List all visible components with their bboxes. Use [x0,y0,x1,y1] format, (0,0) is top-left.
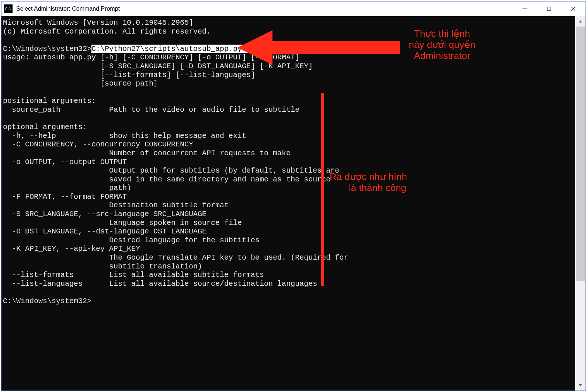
svg-rect-1 [547,7,551,11]
cmd-icon-label: C:\ [5,4,11,13]
line-copyright: (c) Microsoft Corporation. All rights re… [3,27,211,36]
opt-f1: -F FORMAT, --format FORMAT [3,192,127,201]
opt-o4: path) [3,184,131,192]
opt-c1: -C CONCURRENCY, --concurrency CONCURRENC… [3,140,193,149]
usage-2: [-S SRC_LANGUAGE] [-D DST_LANGUAGE] [-K … [3,62,313,70]
opt-f2: Destination subtitle format [3,201,229,209]
maximize-button[interactable] [537,1,561,16]
usage-3: [--list-formats] [--list-languages] [3,71,255,79]
cmd-icon: C:\ [4,4,13,13]
svg-marker-5 [579,384,582,386]
opt-c2: Number of concurrent API requests to mak… [3,149,291,157]
opt-lf: --list-formats List all available subtit… [3,271,264,279]
svg-marker-4 [579,20,582,22]
opt-d2: Desired language for the subtitles [3,236,260,244]
opt-s1: -S SRC_LANGUAGE, --src-language SRC_LANG… [3,210,206,218]
scroll-down-arrow[interactable] [575,380,586,391]
scroll-thumb[interactable] [576,27,585,281]
window-frame: C:\ Select Administrator: Command Prompt… [1,1,586,391]
opt-ll: --list-languages List all available sour… [3,280,317,288]
prompt-1-command: C:\Python27\scripts\autosub_app.py -h [91,45,255,53]
pos-source: source_path Path to the video or audio f… [3,105,299,114]
line-os-version: Microsoft Windows [Version 10.0.19045.29… [3,18,193,27]
close-button[interactable] [561,1,586,16]
pos-header: positional arguments: [3,97,96,105]
minimize-button[interactable] [513,1,537,16]
opt-d1: -D DST_LANGUAGE, --dst-language DST_LANG… [3,227,206,236]
opt-o1: -o OUTPUT, --output OUTPUT [3,158,127,166]
opt-k1: -K API_KEY, --api-key API_KEY [3,244,140,253]
prompt-1-prefix: C:\Windows\system32> [3,45,91,53]
terminal[interactable]: Microsoft Windows [Version 10.0.19045.29… [1,16,575,391]
scroll-track[interactable] [575,27,586,380]
opt-o2: Output path for subtitles (by default, s… [3,166,339,175]
opt-h: -h, --help show this help message and ex… [3,132,246,140]
opt-k2: The Google Translate API key to be used.… [3,253,348,262]
window-controls [513,1,586,16]
scrollbar[interactable] [575,16,586,391]
titlebar[interactable]: C:\ Select Administrator: Command Prompt [1,1,586,16]
opt-header: optional arguments: [3,123,87,131]
opt-s2: Language spoken in source file [3,219,242,227]
opt-o3: saved in the same directory and name as … [3,175,330,184]
terminal-container: Microsoft Windows [Version 10.0.19045.29… [1,16,586,391]
usage-1: usage: autosub_app.py [-h] [-C CONCURREN… [3,53,299,62]
usage-4: [source_path] [3,79,158,88]
scroll-up-arrow[interactable] [575,16,586,27]
prompt-2: C:\Windows\system32> [3,297,91,305]
opt-k3: subtitle translation) [3,262,202,271]
window-title: Select Administrator: Command Prompt [16,6,513,12]
